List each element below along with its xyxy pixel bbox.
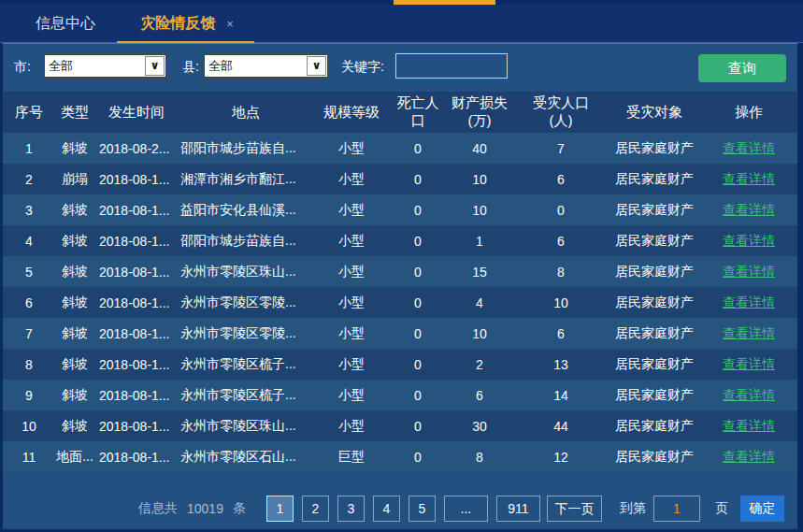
county-select[interactable]: 全部 ∨ <box>204 54 328 78</box>
page-button[interactable]: 5 <box>409 496 436 522</box>
cell-object: 居民家庭财产 <box>609 171 700 188</box>
header-deaths: 死亡人口 <box>390 94 446 130</box>
table-row: 11 地面... 2018-08-1... 永州市零陵区石山... 巨型 0 8… <box>3 441 797 472</box>
cell-action: 查看详情 <box>700 233 797 250</box>
view-detail-link[interactable]: 查看详情 <box>723 325 775 340</box>
cell-affected: 14 <box>513 388 609 403</box>
header-affected: 受灾人口(人) <box>513 94 609 130</box>
cell-scale: 小型 <box>313 295 390 311</box>
page-button[interactable]: 2 <box>302 496 329 522</box>
header-loss: 财产损失(万) <box>446 94 513 130</box>
cell-object: 居民家庭财产 <box>609 449 700 466</box>
cell-no: 1 <box>3 141 55 156</box>
cell-location: 益阳市安化县仙溪... <box>179 202 313 219</box>
header-type: 类型 <box>55 104 94 122</box>
table-row: 10 斜坡 2018-08-1... 永州市零陵区珠山... 小型 0 30 4… <box>3 410 797 441</box>
city-select[interactable]: 全部 ∨ <box>44 54 166 78</box>
header-action: 操作 <box>700 104 797 122</box>
cell-no: 9 <box>3 388 55 403</box>
cell-type: 斜坡 <box>55 233 94 250</box>
cell-deaths: 0 <box>390 295 446 310</box>
confirm-button[interactable]: 确定 <box>740 496 784 522</box>
goto-prefix: 到第 <box>620 500 646 517</box>
cell-affected: 10 <box>513 295 609 310</box>
chevron-down-icon: ∨ <box>307 56 326 76</box>
goto-suffix: 页 <box>715 500 728 517</box>
cell-time: 2018-08-1... <box>94 419 179 434</box>
view-detail-link[interactable]: 查看详情 <box>723 387 775 402</box>
cell-type: 斜坡 <box>55 264 94 280</box>
page-button[interactable]: ... <box>444 496 488 522</box>
cell-action: 查看详情 <box>700 140 797 157</box>
goto-page-input[interactable] <box>653 496 700 522</box>
view-detail-link[interactable]: 查看详情 <box>723 233 775 248</box>
cell-deaths: 0 <box>390 141 446 156</box>
view-detail-link[interactable]: 查看详情 <box>723 202 775 217</box>
cell-action: 查看详情 <box>700 418 797 435</box>
view-detail-link[interactable]: 查看详情 <box>723 295 775 309</box>
cell-object: 居民家庭财产 <box>609 140 700 157</box>
search-button[interactable]: 查询 <box>698 54 786 82</box>
cell-location: 永州市零陵区珠山... <box>179 264 313 280</box>
cell-type: 斜坡 <box>55 140 94 157</box>
cell-scale: 小型 <box>313 356 390 373</box>
cell-location: 邵阳市城步苗族自... <box>179 140 313 157</box>
view-detail-link[interactable]: 查看详情 <box>723 140 775 155</box>
page-button[interactable]: 4 <box>373 496 400 522</box>
filter-bar: 市: 全部 ∨ 县: 全部 ∨ 关键字: 查询 <box>3 43 797 88</box>
cell-scale: 小型 <box>313 171 390 188</box>
county-select-value: 全部 <box>205 55 307 77</box>
next-page-button[interactable]: 下一页 <box>547 496 602 522</box>
cell-loss: 10 <box>446 172 513 187</box>
tab-disaster-feedback[interactable]: 灾险情反馈× <box>112 5 262 42</box>
data-table: 序号 类型 发生时间 地点 规模等级 死亡人口 财产损失(万) 受灾人口(人) … <box>3 92 797 472</box>
tab-close-icon[interactable]: × <box>226 6 234 43</box>
table-row: 2 崩塌 2018-08-1... 湘潭市湘乡市翻江... 小型 0 10 6 … <box>3 164 797 194</box>
total-count: 10019 <box>187 501 223 516</box>
cell-deaths: 0 <box>390 326 446 341</box>
cell-deaths: 0 <box>390 419 446 434</box>
cell-affected: 6 <box>513 326 609 341</box>
cell-type: 斜坡 <box>55 202 94 219</box>
keyword-label: 关键字: <box>341 44 384 89</box>
table-row: 5 斜坡 2018-08-1... 永州市零陵区珠山... 小型 0 15 8 … <box>3 256 797 287</box>
cell-deaths: 0 <box>390 265 446 280</box>
view-detail-link[interactable]: 查看详情 <box>723 264 775 279</box>
page-button[interactable]: 1 <box>266 496 294 522</box>
city-label: 市: <box>14 44 31 89</box>
cell-loss: 15 <box>446 265 513 280</box>
keyword-input[interactable] <box>395 53 508 79</box>
county-label: 县: <box>182 44 199 89</box>
page-button[interactable]: 3 <box>337 496 365 522</box>
cell-time: 2018-08-1... <box>94 203 179 218</box>
table-row: 6 斜坡 2018-08-1... 永州市零陵区零陵... 小型 0 4 10 … <box>3 287 797 318</box>
view-detail-link[interactable]: 查看详情 <box>723 171 775 186</box>
cell-action: 查看详情 <box>700 356 797 373</box>
total-prefix: 信息共 <box>138 500 178 517</box>
header-object: 受灾对象 <box>609 104 700 122</box>
view-detail-link[interactable]: 查看详情 <box>723 418 775 433</box>
header-affected-text: 受灾人口(人) <box>530 94 592 130</box>
cell-object: 居民家庭财产 <box>609 264 700 280</box>
cell-no: 3 <box>3 203 55 218</box>
cell-scale: 小型 <box>313 418 390 435</box>
cell-object: 居民家庭财产 <box>609 418 700 435</box>
page-buttons: 12345...911 <box>266 496 549 522</box>
cell-time: 2018-08-1... <box>94 295 179 310</box>
page-button[interactable]: 911 <box>496 496 540 522</box>
cell-deaths: 0 <box>390 450 446 465</box>
chevron-down-icon: ∨ <box>145 56 165 76</box>
header-time: 发生时间 <box>94 104 179 122</box>
cell-time: 2018-08-1... <box>94 450 179 465</box>
cell-no: 8 <box>3 357 55 372</box>
view-detail-link[interactable]: 查看详情 <box>723 449 775 464</box>
tab-info-center[interactable]: 信息中心 <box>9 5 122 42</box>
cell-time: 2018-08-1... <box>94 172 179 187</box>
cell-type: 斜坡 <box>55 356 94 373</box>
cell-action: 查看详情 <box>700 264 797 280</box>
cell-loss: 4 <box>446 295 513 310</box>
table-row: 1 斜坡 2018-08-2... 邵阳市城步苗族自... 小型 0 40 7 … <box>3 133 797 164</box>
view-detail-link[interactable]: 查看详情 <box>723 356 775 371</box>
cell-location: 永州市零陵区石山... <box>179 449 313 466</box>
table-row: 8 斜坡 2018-08-1... 永州市零陵区梳子... 小型 0 2 13 … <box>3 349 797 380</box>
